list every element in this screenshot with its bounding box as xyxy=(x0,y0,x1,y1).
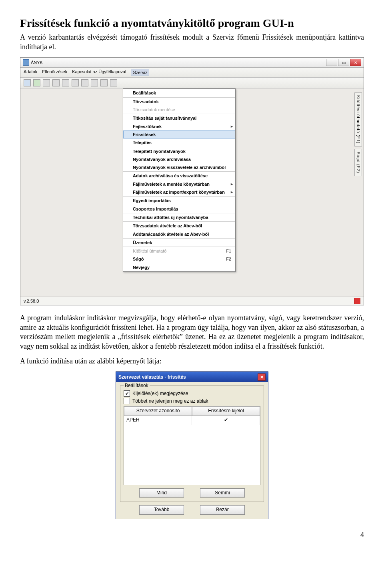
close-button[interactable]: ✕ xyxy=(350,59,361,66)
cb-dont-show-again[interactable] xyxy=(124,398,130,404)
toolbar-icon-7[interactable] xyxy=(81,79,88,86)
window-title: ÁNYK xyxy=(31,60,43,65)
table-empty-area xyxy=(124,425,260,485)
dialog-titlebar: Szervezet választás - frissítés ✕ xyxy=(116,372,268,382)
settings-groupbox: Beállítások Kijelölés(ek) megjegyzése Tö… xyxy=(120,385,264,502)
btn-next[interactable]: Tovább xyxy=(139,505,184,515)
mi-telepites[interactable]: Telepítés xyxy=(123,138,235,146)
mi-uzenetek[interactable]: Üzenetek xyxy=(123,238,235,247)
mi-visszavetel[interactable]: Nyomtatványok visszavétele az archívumbó… xyxy=(123,163,235,171)
app-icon xyxy=(23,59,29,66)
cb-dont-show-label: Többet ne jelenjen meg ez az ablak xyxy=(132,398,208,405)
btn-select-none[interactable]: Semmi xyxy=(200,488,245,498)
app-window: ÁNYK — ▭ ✕ Adatok Ellenőrzések Kapcsolat… xyxy=(20,57,364,305)
mi-fajlmuv-mentes[interactable]: Fájlműveletek a mentés könyvtárban xyxy=(123,180,235,188)
dialog-title: Szervezet választás - frissítés xyxy=(118,374,186,381)
titlebar: ÁNYK — ▭ ✕ xyxy=(20,58,364,68)
mi-nevjegy[interactable]: Névjegy xyxy=(123,263,235,271)
page-number: 4 xyxy=(20,530,364,540)
org-table: Szervezet azonosító Frissítésre kijelöl … xyxy=(124,406,260,485)
mi-torzsadatok[interactable]: Törzsadatok xyxy=(123,97,235,106)
btn-select-all[interactable]: Mind xyxy=(139,488,184,498)
intro-paragraph: A verzió karbantartás elvégzését támogat… xyxy=(20,33,364,52)
menu-kapcsolat[interactable]: Kapcsolat az Ügyfélkapuval xyxy=(72,69,126,76)
dialog-close-button[interactable]: ✕ xyxy=(258,373,266,381)
menu-adatok[interactable]: Adatok xyxy=(24,69,37,76)
side-tab-sugo[interactable]: Súgó (F2) xyxy=(354,149,362,176)
org-select-dialog: Szervezet választás - frissítés ✕ Beállí… xyxy=(116,371,268,519)
mi-sugo[interactable]: SúgóF2 xyxy=(123,255,235,263)
mi-torzsadatok-mentese: Törzsadatok mentése xyxy=(123,106,235,114)
toolbar-icon-new[interactable] xyxy=(24,79,31,86)
toolbar-icon-10[interactable] xyxy=(110,79,117,86)
mi-archivalas[interactable]: Nyomtatványok archíválása xyxy=(123,155,235,163)
mi-fajlmuv-import[interactable]: Fájlműveletek az import/export könyvtárb… xyxy=(123,188,235,196)
paragraph-3: A funkció indítása után az alábbi képern… xyxy=(20,357,364,366)
mi-csoportos-import[interactable]: Csoportos importálás xyxy=(123,205,235,213)
btn-close-dialog[interactable]: Bezár xyxy=(200,505,245,515)
mi-egyedi-import[interactable]: Egyedi importálás xyxy=(123,196,235,205)
side-tab-utmutato[interactable]: Kitöltési útmutató (F1) xyxy=(354,92,362,146)
toolbar xyxy=(20,78,364,88)
menubar: Adatok Ellenőrzések Kapcsolat az Ügyfélk… xyxy=(20,68,364,78)
mi-beallitasok[interactable]: Beállítások xyxy=(123,89,235,97)
mi-titkositas[interactable]: Titkosítás saját tanusítvánnyal xyxy=(123,114,235,122)
col-org-id[interactable]: Szervezet azonosító xyxy=(124,406,192,416)
col-mark-update[interactable]: Frissítésre kijelöl xyxy=(192,406,260,416)
paragraph-2: A program induláskor indításkor megvizsg… xyxy=(20,313,364,351)
toolbar-icon-save[interactable] xyxy=(33,79,40,86)
menu-szerviz[interactable]: Szerviz xyxy=(131,69,149,76)
minimize-button[interactable]: — xyxy=(326,59,337,66)
szerviz-dropdown: Beállítások Törzsadatok Törzsadatok ment… xyxy=(123,88,236,272)
mi-kitoltesi-utmutato: Kitöltési útmutatóF1 xyxy=(123,247,235,255)
mi-adotanacsadok-atvetele[interactable]: Adótanácsadók átvétele az Abev-ből xyxy=(123,230,235,238)
mi-fejlesztoknek[interactable]: Fejlesztőknek xyxy=(123,122,235,130)
client-area: Beállítások Törzsadatok Törzsadatok ment… xyxy=(20,88,364,297)
toolbar-icon-3[interactable] xyxy=(43,79,50,86)
mi-frissitesek[interactable]: Frissítések xyxy=(123,130,235,138)
toolbar-icon-9[interactable] xyxy=(100,79,108,86)
cell-org: APEH xyxy=(124,416,192,425)
toolbar-icon-5[interactable] xyxy=(62,79,69,86)
mi-technikai-attoltes[interactable]: Technikai áttöltés új nyomtatványba xyxy=(123,213,235,221)
toolbar-icon-4[interactable] xyxy=(52,79,60,86)
status-icon xyxy=(354,298,360,304)
cell-check: ✔ xyxy=(192,416,260,425)
menu-ellenorzesek[interactable]: Ellenőrzések xyxy=(42,69,67,76)
mi-torzsadatok-atvetele[interactable]: Törzsadatok átvétele az Abev-ből xyxy=(123,221,235,230)
mi-adatok-archivalasa[interactable]: Adatok archíválása és visszatöltése xyxy=(123,171,235,180)
table-row[interactable]: APEH ✔ xyxy=(124,416,260,425)
statusbar: v.2.58.0 xyxy=(20,297,364,305)
version-label: v.2.58.0 xyxy=(24,298,39,304)
toolbar-icon-6[interactable] xyxy=(72,79,79,86)
maximize-button[interactable]: ▭ xyxy=(338,59,349,66)
page-heading: Frissítések funkció a nyomtatványkitöltő… xyxy=(20,16,364,30)
groupbox-legend: Beállítások xyxy=(124,383,150,389)
toolbar-icon-8[interactable] xyxy=(91,79,98,86)
mi-telepitett[interactable]: Telepített nyomtatványok xyxy=(123,147,235,155)
cb-remember-label: Kijelölés(ek) megjegyzése xyxy=(132,391,188,397)
cb-remember-selection[interactable] xyxy=(124,390,130,397)
